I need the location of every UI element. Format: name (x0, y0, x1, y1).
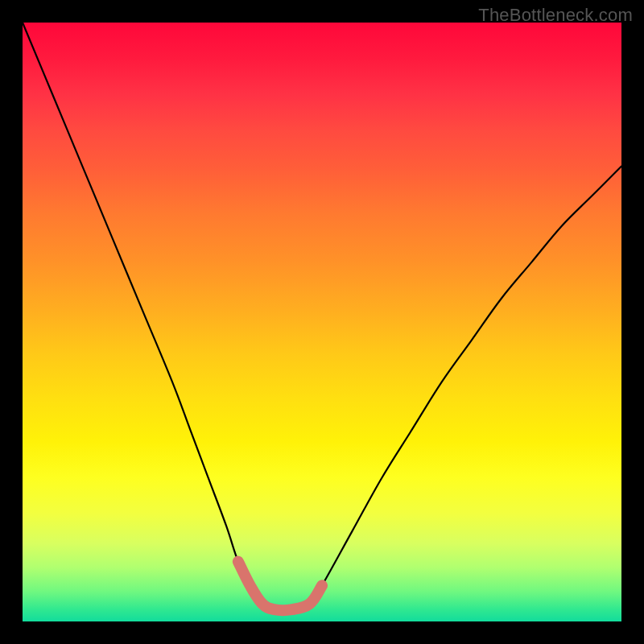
target-band (238, 562, 322, 611)
chart-area (23, 23, 621, 621)
bottleneck-curve (23, 23, 621, 610)
chart-svg (23, 23, 621, 621)
watermark-text: TheBottleneck.com (478, 5, 633, 26)
